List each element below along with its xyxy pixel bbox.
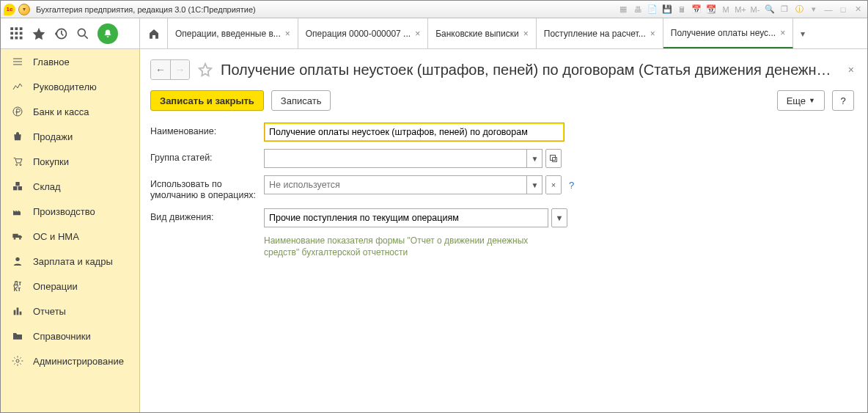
tab-close-icon[interactable]: × [650, 29, 655, 39]
toolbar-print-icon[interactable]: 🖶 [631, 3, 644, 16]
sidebar-item-label: Справочники [33, 331, 91, 342]
more-button[interactable]: Еще▼ [777, 90, 825, 111]
svg-rect-4 [15, 32, 18, 34]
svg-rect-15 [18, 186, 22, 190]
window-maximize-button[interactable]: □ [836, 3, 850, 16]
favorites-icon[interactable] [32, 26, 46, 41]
group-open-button[interactable] [545, 149, 562, 168]
use-default-help-icon[interactable]: ? [569, 180, 574, 191]
window-close-button[interactable]: ✕ [851, 3, 864, 16]
svg-rect-6 [10, 36, 13, 39]
tab-label: Операции, введенные в... [175, 29, 281, 39]
group-input[interactable] [264, 149, 542, 168]
toolbar-m-icon[interactable]: M [719, 3, 732, 16]
titlebar: 1e ▾ Бухгалтерия предприятия, редакция 3… [1, 1, 867, 18]
button-label: ? [840, 95, 845, 106]
sidebar-item-assets[interactable]: ОС и НМА [1, 224, 139, 249]
svg-rect-14 [13, 186, 17, 190]
tab-operations-entered[interactable]: Операции, введенные в... × [168, 18, 298, 48]
svg-point-17 [14, 238, 16, 240]
sidebar-item-production[interactable]: Производство [1, 199, 139, 224]
save-button[interactable]: Записать [271, 90, 331, 111]
apps-icon[interactable] [10, 26, 24, 41]
search-icon[interactable] [76, 26, 90, 41]
tab-close-icon[interactable]: × [523, 29, 529, 39]
toolbar-window-icon[interactable]: ❐ [778, 3, 791, 16]
toolbar-mplus-icon[interactable]: M+ [734, 3, 747, 16]
movement-dropdown-button[interactable]: ▼ [551, 208, 567, 227]
folder-icon [11, 329, 24, 343]
home-button[interactable] [140, 18, 168, 48]
page-close-button[interactable]: × [848, 64, 854, 76]
sidebar-item-warehouse[interactable]: Склад [1, 174, 139, 199]
dtkt-icon: ДтКт [11, 279, 24, 293]
toolbar-grid-icon[interactable]: ▦ [617, 3, 630, 16]
sidebar-item-label: Главное [33, 56, 70, 67]
toolbar-dropdown-icon[interactable]: ▾ [807, 3, 820, 16]
notifications-icon[interactable] [98, 23, 118, 44]
movement-input[interactable] [264, 208, 548, 227]
movement-hint: Наименование показателя формы "Отчет о д… [264, 235, 557, 258]
use-default-input[interactable] [264, 175, 542, 194]
truck-icon [11, 230, 24, 243]
tab-bank-statements[interactable]: Банковские выписки × [428, 18, 537, 48]
toolbar-copy-icon[interactable]: 📄 [646, 3, 659, 16]
tab-close-icon[interactable]: × [415, 29, 420, 39]
favorite-star-icon[interactable] [197, 62, 213, 78]
toolbar-mminus-icon[interactable]: M- [749, 3, 762, 16]
sidebar-item-main[interactable]: Главное [1, 49, 139, 74]
sidebar-item-admin[interactable]: Администрирование [1, 348, 139, 373]
gear-icon [11, 354, 24, 368]
sidebar-item-manager[interactable]: Руководителю [1, 74, 139, 99]
use-default-dropdown-button[interactable]: ▼ [526, 175, 542, 194]
toolbar-zoom-icon[interactable]: 🔍 [763, 3, 776, 16]
svg-rect-21 [17, 307, 19, 315]
sidebar-item-label: Покупки [33, 156, 69, 167]
help-button[interactable]: ? [832, 90, 854, 111]
cart-icon [11, 155, 24, 168]
app-logo-icon: 1e [4, 4, 15, 15]
nav-forward-button[interactable]: → [170, 60, 189, 79]
toolbar-calc-icon[interactable]: 🖩 [675, 3, 688, 16]
svg-point-13 [20, 164, 21, 166]
movement-label: Вид движения: [150, 208, 264, 223]
sidebar-item-salary[interactable]: Зарплата и кадры [1, 249, 139, 274]
sidebar-item-label: Производство [33, 206, 95, 217]
sidebar-item-operations[interactable]: ДтКт Операции [1, 274, 139, 299]
sidebar-item-purchases[interactable]: Покупки [1, 149, 139, 174]
svg-rect-5 [20, 32, 23, 34]
tab-receipt[interactable]: Поступление на расчет... × [537, 18, 663, 48]
page-title: Получение оплаты неустоек (штрафов, пене… [221, 62, 841, 78]
sidebar-item-reports[interactable]: Отчеты [1, 299, 139, 324]
toolbar-date-icon[interactable]: 📆 [705, 3, 718, 16]
sidebar-item-bank[interactable]: Банк и касса [1, 99, 139, 124]
toolbar-calendar-icon[interactable]: 📅 [690, 3, 703, 16]
factory-icon [11, 205, 24, 218]
svg-rect-20 [14, 310, 16, 315]
toolbar-info-icon[interactable]: ⓘ [792, 3, 806, 16]
window-minimize-button[interactable]: — [822, 3, 835, 16]
svg-rect-16 [15, 182, 19, 186]
save-close-button[interactable]: Записать и закрыть [150, 90, 264, 111]
tab-close-icon[interactable]: × [285, 29, 290, 39]
group-dropdown-button[interactable]: ▼ [526, 149, 542, 168]
ruble-icon [11, 105, 24, 118]
nav-back-button[interactable]: ← [151, 60, 170, 79]
tab-penalty-payment[interactable]: Получение оплаты неус... × [663, 18, 793, 48]
chart-line-icon [11, 80, 24, 93]
sidebar-item-references[interactable]: Справочники [1, 324, 139, 348]
svg-rect-22 [20, 312, 22, 315]
sidebar: Главное Руководителю Банк и касса Продаж… [1, 49, 140, 412]
history-icon[interactable] [54, 26, 68, 41]
use-default-clear-button[interactable]: × [545, 175, 562, 194]
sidebar-item-sales[interactable]: Продажи [1, 124, 139, 149]
toolbar-save-icon[interactable]: 💾 [661, 3, 674, 16]
sidebar-item-label: Продажи [33, 131, 73, 142]
tab-label: Получение оплаты неус... [671, 28, 776, 38]
tab-close-icon[interactable]: × [780, 28, 785, 38]
app-menu-dropdown[interactable]: ▾ [18, 4, 30, 15]
tabs-overflow-button[interactable]: ▾ [793, 18, 812, 48]
nav-arrows: ← → [150, 59, 190, 80]
name-input[interactable] [264, 123, 564, 142]
tab-operation-0007[interactable]: Операция 0000-000007 ... × [298, 18, 428, 48]
